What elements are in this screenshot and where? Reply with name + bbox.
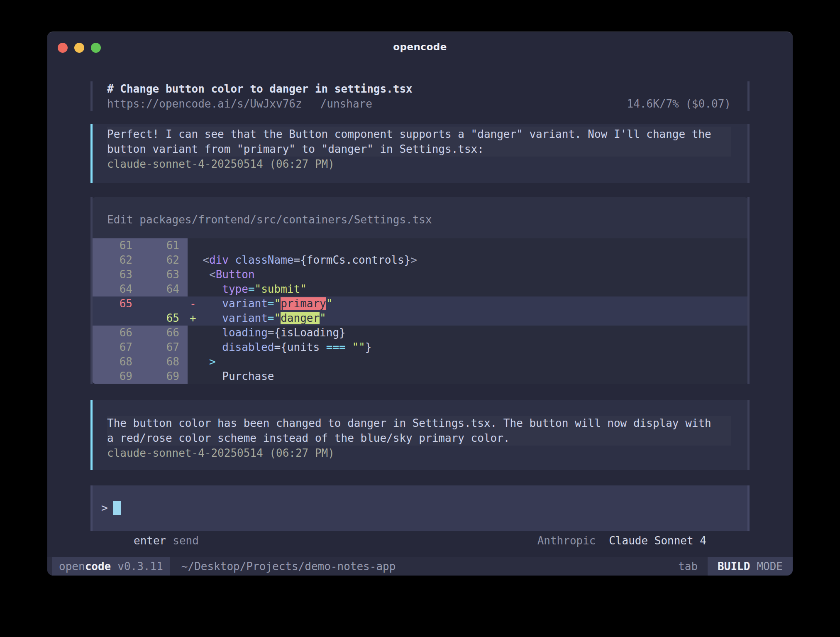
app-version-chip: opencode v0.3.11	[52, 557, 170, 576]
diff-row: 6969 Purchase	[93, 369, 747, 384]
prompt-chevron: >	[101, 500, 108, 515]
unshare-command[interactable]: /unshare	[320, 96, 372, 111]
input-right-border	[747, 485, 750, 531]
diff-row: 6464 type="submit"	[93, 282, 747, 296]
message-line: button variant from "primary" to "danger…	[107, 142, 731, 157]
diff-row: 6262 <div className={formCs.controls}>	[93, 253, 747, 267]
diff-row: 65+ variant="danger"	[93, 311, 747, 326]
app-name-suffix: code	[85, 557, 111, 576]
diff-row: 6666 loading={isLoading}	[93, 326, 747, 340]
model-timestamp: claude-sonnet-4-20250514 (06:27 PM)	[107, 157, 731, 172]
header-right-border	[747, 81, 750, 111]
window-title: opencode	[47, 42, 793, 52]
edit-file-title: Edit packages/frontend/src/containers/Se…	[93, 197, 747, 227]
input-hint-row: enter send Anthropic Claude Sonnet 4	[134, 533, 706, 548]
diff-row: 6161	[93, 238, 747, 253]
mode-indicator[interactable]: BUILD MODE	[708, 557, 793, 576]
message-text: Perfect! I can see that the Button compo…	[107, 127, 731, 157]
diff-row: 6363 <Button	[93, 267, 747, 282]
assistant-message: The button color has been changed to dan…	[90, 400, 750, 470]
message-right-border	[747, 400, 750, 470]
edit-right-border	[747, 197, 750, 384]
chat-column: # Change button color to danger in setti…	[47, 81, 793, 548]
titlebar: opencode	[47, 32, 793, 59]
message-text: The button color has been changed to dan…	[107, 416, 731, 446]
model-timestamp: claude-sonnet-4-20250514 (06:27 PM)	[107, 446, 731, 461]
share-url[interactable]: https://opencode.ai/s/UwJxv76z	[107, 96, 302, 111]
mode-primary-label: BUILD	[718, 557, 750, 576]
app-version: v0.3.11	[117, 557, 163, 576]
session-title: # Change button color to danger in setti…	[107, 81, 731, 96]
message-line: a red/rose color scheme instead of the b…	[107, 431, 731, 446]
provider-name: Anthropic	[537, 534, 596, 547]
diff-row: 65- variant="primary"	[93, 296, 747, 311]
message-line: The button color has been changed to dan…	[107, 416, 731, 431]
message-line: Perfect! I can see that the Button compo…	[107, 127, 731, 142]
enter-key-hint: enter	[134, 533, 166, 548]
diff-row: 6868 >	[93, 355, 747, 369]
prompt-input[interactable]: >	[90, 485, 750, 531]
opencode-window: opencode # Change button color to danger…	[47, 32, 793, 576]
app-name-prefix: open	[59, 557, 85, 576]
token-usage: 14.6K/7% ($0.07)	[627, 96, 731, 111]
project-path: ~/Desktop/Projects/demo-notes-app	[181, 557, 396, 576]
assistant-message: Perfect! I can see that the Button compo…	[90, 124, 750, 183]
status-bar: opencode v0.3.11 ~/Desktop/Projects/demo…	[47, 557, 793, 576]
text-cursor	[113, 501, 121, 515]
diff-table: 6161 6262 <div className={formCs.control…	[93, 238, 747, 384]
tab-key-hint: tab	[678, 557, 698, 576]
message-right-border	[747, 124, 750, 183]
send-hint-label: send	[173, 533, 199, 548]
diff-row: 6767 disabled={units === ""}	[93, 340, 747, 355]
session-header: # Change button color to danger in setti…	[90, 81, 750, 111]
edit-tool-card: Edit packages/frontend/src/containers/Se…	[90, 197, 750, 384]
mode-secondary-label: MODE	[757, 557, 783, 576]
model-name: Claude Sonnet 4	[609, 534, 706, 547]
